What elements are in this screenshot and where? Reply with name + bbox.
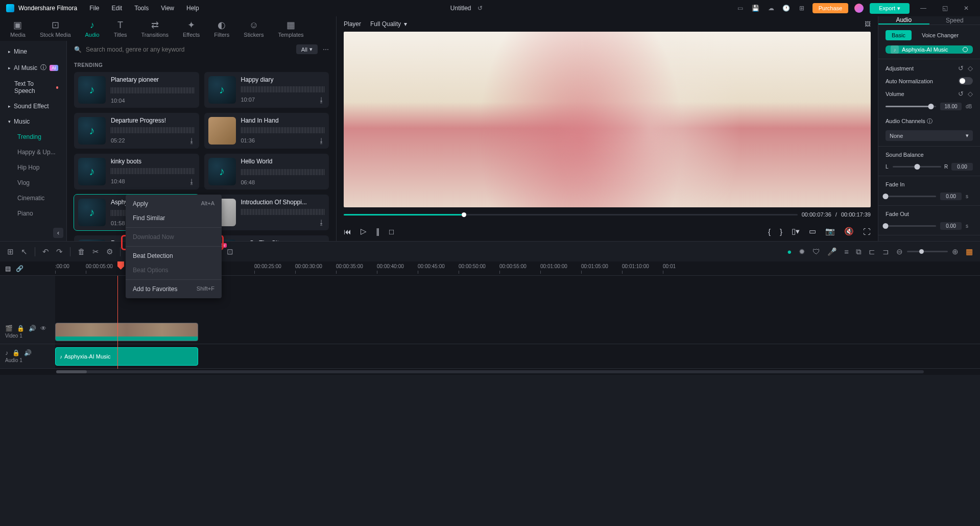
- maximize-button[interactable]: ◱: [937, 3, 952, 13]
- menu-edit[interactable]: Edit: [112, 5, 123, 12]
- vol-reset-icon[interactable]: ↺: [958, 90, 964, 98]
- video-track-label[interactable]: 🎬🔒🔊👁 Video 1: [0, 320, 55, 344]
- progress-track[interactable]: [344, 214, 798, 216]
- stop-button[interactable]: □: [389, 227, 394, 236]
- context-item-beat-detection[interactable]: Beat Detection: [126, 249, 222, 263]
- track-card[interactable]: ♪ Hello World 06:48: [204, 154, 329, 189]
- tab-filters[interactable]: ◐Filters: [214, 19, 229, 38]
- rp-subtab-basic[interactable]: Basic: [886, 30, 912, 40]
- tab-effects[interactable]: ✦Effects: [183, 19, 200, 38]
- marker-button[interactable]: ✹: [799, 247, 805, 256]
- zoom-slider[interactable]: [907, 251, 948, 252]
- track-card[interactable]: Hand In Hand 01:36 ⭳: [204, 113, 329, 149]
- volume-slider[interactable]: [886, 106, 936, 107]
- snapshot-icon[interactable]: 🖼: [865, 20, 871, 28]
- export-button[interactable]: Export ▾: [870, 3, 910, 14]
- render-button[interactable]: ●: [787, 247, 792, 256]
- sidebar-text-to-speech[interactable]: Text To Speech: [0, 76, 66, 99]
- tab-audio[interactable]: ♪Audio: [85, 20, 100, 38]
- menu-help[interactable]: Help: [186, 5, 199, 12]
- balance-value[interactable]: 0.00: [951, 163, 973, 171]
- zoom-in-button[interactable]: ⊕: [952, 247, 959, 256]
- mark-in-icon[interactable]: {: [768, 227, 771, 236]
- camera-icon[interactable]: 📷: [825, 227, 835, 236]
- sidebar-music[interactable]: Music: [0, 114, 66, 129]
- track-card[interactable]: ♪ kinky boots 10:48 ⭳: [74, 154, 199, 189]
- zoom-out-button[interactable]: ⊖: [896, 247, 903, 256]
- download-icon[interactable]: ⭳: [318, 219, 325, 226]
- zoom-knob[interactable]: [919, 249, 924, 254]
- sidebar-trending[interactable]: Trending: [0, 129, 66, 145]
- playhead-marker[interactable]: [117, 261, 124, 270]
- filter-dropdown[interactable]: All ▾: [296, 44, 318, 54]
- track-options-icon[interactable]: ▤: [5, 265, 11, 272]
- sidebar-ai-music[interactable]: AI Music ⓘ AI: [0, 59, 66, 76]
- play-button[interactable]: ▷: [361, 227, 367, 236]
- rp-subtab-voice[interactable]: Voice Changer: [916, 30, 965, 40]
- apps-icon[interactable]: ⊞: [797, 4, 806, 13]
- fullscreen-icon[interactable]: ⛶: [863, 227, 871, 236]
- progress-handle[interactable]: [462, 212, 466, 217]
- track-card[interactable]: ♪ Planetary pioneer 10:04: [74, 72, 199, 108]
- tab-templates[interactable]: ▦Templates: [278, 19, 303, 38]
- volume-icon[interactable]: 🔇: [844, 227, 854, 236]
- fadein-slider[interactable]: [886, 196, 936, 197]
- audio-track-row[interactable]: ♪ Asphyxia-AI Music: [55, 344, 980, 369]
- volume-value[interactable]: 18.00: [940, 103, 962, 110]
- mute-icon-2[interactable]: 🔊: [24, 349, 32, 356]
- rp-tab-audio[interactable]: Audio: [878, 16, 929, 25]
- tab-stickers[interactable]: ☺Stickers: [244, 20, 264, 38]
- download-icon[interactable]: ⭳: [318, 137, 325, 145]
- scroll-thumb[interactable]: [56, 370, 87, 373]
- pause-button[interactable]: ‖: [376, 227, 380, 236]
- bell-icon[interactable]: 🕐: [782, 4, 791, 13]
- cut-button[interactable]: ✂: [92, 247, 99, 256]
- audio-track-label[interactable]: ♪🔒🔊 Audio 1: [0, 344, 55, 369]
- auto-norm-toggle[interactable]: [959, 77, 973, 85]
- video-track-row[interactable]: [55, 320, 980, 344]
- quality-select[interactable]: Full Quality ▾: [370, 20, 407, 28]
- menu-file[interactable]: File: [89, 5, 99, 12]
- fadeout-slider[interactable]: [886, 225, 936, 227]
- layout-icon[interactable]: ▭: [736, 4, 745, 13]
- context-item-find-similar[interactable]: Find Similar: [126, 211, 222, 225]
- shield-button[interactable]: 🛡: [812, 247, 820, 256]
- group-button[interactable]: ⊡: [227, 247, 233, 256]
- vol-keyframe-icon[interactable]: ◇: [968, 90, 973, 98]
- rp-tab-speed[interactable]: Speed: [929, 16, 981, 25]
- sidebar-happy[interactable]: Happy & Up...: [0, 145, 66, 160]
- context-item-add-to-favorites[interactable]: Add to FavoritesShift+F: [126, 282, 222, 296]
- fadein-value[interactable]: 0.00: [940, 193, 962, 200]
- lock-icon[interactable]: 🔒: [17, 325, 25, 332]
- minimize-button[interactable]: —: [916, 3, 931, 13]
- magnet-button[interactable]: ⧉: [856, 247, 862, 256]
- undo-button[interactable]: ↶: [42, 247, 49, 256]
- track-card[interactable]: ♪ Departure Progress! 05:22 ⭳: [74, 113, 199, 149]
- display-icon[interactable]: ▭: [809, 227, 816, 236]
- sidebar-piano[interactable]: Piano: [0, 206, 66, 221]
- tab-stock-media[interactable]: ⊡Stock Media: [40, 19, 71, 38]
- mute-icon[interactable]: 🔊: [29, 325, 36, 332]
- track-card[interactable]: ♪ ng On The City: [204, 235, 329, 241]
- user-avatar[interactable]: [854, 4, 864, 13]
- sidebar-sound-effect[interactable]: Sound Effect: [0, 99, 66, 114]
- select-tool[interactable]: ⊞: [7, 247, 14, 256]
- download-icon[interactable]: ⭳: [318, 96, 325, 104]
- tab-media[interactable]: ▣Media: [10, 19, 26, 38]
- download-icon[interactable]: ⭳: [188, 137, 195, 145]
- mic-button[interactable]: 🎤: [827, 247, 837, 256]
- sidebar-hiphop[interactable]: Hip Hop: [0, 160, 66, 175]
- context-item-apply[interactable]: ApplyAlt+A: [126, 197, 222, 211]
- video-clip[interactable]: [55, 323, 198, 341]
- pointer-tool[interactable]: ↖: [21, 247, 28, 256]
- view-mode-button[interactable]: ▦: [966, 247, 973, 256]
- tab-transitions[interactable]: ⇄Transitions: [141, 19, 169, 38]
- close-button[interactable]: ✕: [959, 3, 974, 13]
- purchase-button[interactable]: Purchase: [812, 3, 848, 13]
- menu-tools[interactable]: Tools: [134, 5, 149, 12]
- expand-button[interactable]: ⊐: [882, 247, 889, 256]
- more-icon[interactable]: ⋯: [323, 46, 329, 53]
- audio-clip[interactable]: ♪ Asphyxia-AI Music: [55, 347, 198, 366]
- adjust-button[interactable]: ⚙: [106, 247, 113, 256]
- sidebar-cinematic[interactable]: Cinematic: [0, 190, 66, 206]
